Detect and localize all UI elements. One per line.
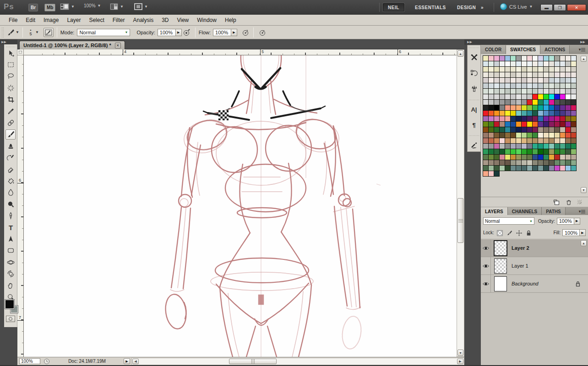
magic-wand-tool[interactable] [5, 83, 16, 93]
menu-filter[interactable]: Filter [109, 15, 129, 25]
history-brush-tool[interactable] [5, 153, 16, 163]
panel-menu-icon[interactable]: ▾ [578, 209, 586, 214]
horizontal-scrollbar[interactable]: ◀ ▶ [131, 358, 464, 365]
lock-paint-icon[interactable] [506, 229, 513, 236]
airbrush-toggle[interactable] [240, 28, 250, 37]
menu-analysis[interactable]: Analysis [129, 15, 158, 25]
opacity-slider-arrow[interactable]: ▶ [176, 29, 182, 36]
opacity-input[interactable]: 100% [158, 29, 176, 36]
airbrush-toggle-2[interactable] [257, 28, 267, 37]
scroll-right-icon[interactable]: ▶ [457, 359, 463, 364]
layer-visibility-toggle[interactable] [481, 275, 491, 293]
flow-slider-arrow[interactable]: ▶ [231, 29, 237, 36]
cs-live-button[interactable]: CS Live ▼ [500, 3, 533, 10]
clone-stamp-tool[interactable] [5, 141, 16, 151]
dodge-tool[interactable] [5, 199, 16, 209]
dock-collapse-button-2[interactable]: ▶▶ [580, 40, 585, 44]
foreground-color-swatch[interactable] [5, 300, 14, 309]
minimize-button[interactable]: ▬ [540, 4, 553, 11]
rotate-3d-tool[interactable] [5, 257, 16, 267]
dock-collapse-button[interactable]: ▶▶ [467, 40, 472, 44]
menu-select[interactable]: Select [85, 15, 108, 25]
toggle-brush-panel-button[interactable] [44, 28, 54, 37]
document-tab[interactable]: Untitled-1 @ 100% (Layer 2, RGB/8) * ✕ [19, 41, 125, 49]
healing-brush-tool[interactable] [5, 118, 16, 128]
layer-visibility-toggle[interactable] [481, 239, 491, 257]
paragraph-panel-icon[interactable]: ¶ [469, 119, 479, 130]
swatch[interactable] [494, 171, 500, 177]
hand-tool[interactable] [5, 280, 16, 291]
layer-row[interactable]: Layer 1 [481, 257, 588, 275]
path-select-tool[interactable] [5, 234, 16, 244]
lock-all-icon[interactable] [525, 229, 532, 236]
layer-name[interactable]: Layer 1 [512, 263, 528, 269]
layer-fill-input[interactable]: 100% [562, 229, 580, 236]
ruler-vertical[interactable] [17, 55, 24, 357]
workspace-essentials[interactable]: ESSENTIALS [410, 3, 451, 11]
ruler-origin[interactable] [17, 49, 24, 55]
resize-grip[interactable] [577, 200, 582, 204]
pen-tool[interactable] [5, 211, 16, 221]
orbit-3d-tool[interactable] [5, 269, 16, 279]
menu-window[interactable]: Window [193, 15, 221, 25]
menu-edit[interactable]: Edit [22, 15, 39, 25]
type-tool[interactable]: T [5, 222, 16, 232]
scroll-up-icon[interactable]: ▲ [581, 240, 587, 246]
layer-row[interactable]: Background [481, 275, 588, 293]
character-panel-icon[interactable]: A| [469, 104, 479, 115]
scroll-down-icon[interactable]: ▼ [581, 187, 587, 193]
flow-input[interactable]: 100% [213, 29, 231, 36]
layer-row[interactable]: Layer 2 [481, 239, 588, 257]
swatches-tab-actions[interactable]: ACTIONS [540, 45, 570, 54]
canvas[interactable] [24, 55, 457, 357]
panel-menu-icon[interactable]: ▾ [578, 47, 586, 52]
zoom-level-control[interactable]: 100% ▼ [84, 3, 101, 8]
scroll-down-icon[interactable]: ▼ [457, 350, 463, 356]
history-panel-icon[interactable] [469, 67, 479, 78]
paint-bucket-tool[interactable] [5, 176, 16, 186]
tools-panel-collapse-button[interactable]: ▶▶ [0, 39, 17, 44]
status-zoom-input[interactable]: 100% [19, 358, 40, 364]
layer-opacity-arrow[interactable]: ▶ [574, 218, 580, 225]
scroll-up-icon[interactable]: ▲ [581, 56, 587, 62]
scroll-left-icon[interactable]: ◀ [132, 359, 139, 364]
screen-mode-button[interactable]: ▼ [134, 3, 148, 10]
brush-tool-preset-button[interactable] [5, 28, 16, 37]
move-tool[interactable] [5, 48, 16, 58]
drag-handle[interactable] [1, 27, 4, 38]
arrange-documents-button[interactable]: ▼ [110, 3, 124, 10]
pressure-opacity-toggle[interactable] [182, 28, 192, 37]
menu-help[interactable]: Help [221, 15, 240, 25]
workspace-neil[interactable]: NEIL [383, 3, 404, 11]
vertical-scrollbar[interactable]: ▲ ▼ [457, 49, 464, 357]
layer-blend-mode-select[interactable]: Normal ▼ [483, 217, 534, 225]
close-button[interactable]: ✕ [567, 4, 586, 11]
mini-bridge-button[interactable]: Mb [44, 4, 55, 11]
bridge-button[interactable]: Br [28, 4, 38, 11]
swatches-tab-color[interactable]: COLOR [481, 45, 506, 54]
lock-transparent-icon[interactable] [496, 229, 503, 236]
horizontal-scrollbar-thumb[interactable] [229, 359, 277, 364]
ruler-horizontal[interactable] [24, 49, 457, 55]
brush-tool[interactable] [5, 129, 16, 140]
blur-tool[interactable] [5, 188, 16, 198]
layer-thumbnail[interactable] [494, 258, 507, 274]
view-extras-button[interactable]: ▼ [60, 3, 75, 10]
swatch[interactable] [571, 165, 577, 171]
workspace-overflow-button[interactable]: » [479, 3, 485, 11]
shape-tool[interactable] [5, 246, 16, 256]
close-tab-icon[interactable]: ✕ [115, 43, 121, 48]
layer-thumbnail[interactable] [494, 241, 507, 256]
menu-layer[interactable]: Layer [63, 15, 85, 25]
menu-image[interactable]: Image [39, 15, 63, 25]
menu-file[interactable]: File [5, 15, 22, 25]
lasso-tool[interactable] [5, 71, 16, 81]
eraser-tool[interactable] [5, 164, 16, 174]
restore-button[interactable]: ❐ [554, 4, 566, 11]
layer-opacity-input[interactable]: 100% [557, 218, 574, 225]
layer-thumbnail[interactable] [494, 276, 507, 291]
quick-mask-button[interactable] [6, 316, 15, 322]
delete-swatch-icon[interactable] [566, 199, 572, 205]
status-menu-arrow[interactable]: ▶ [124, 358, 130, 364]
menu-view[interactable]: View [173, 15, 193, 25]
